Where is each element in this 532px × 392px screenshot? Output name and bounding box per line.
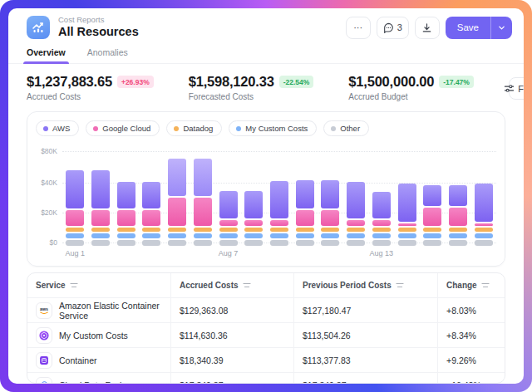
- tab-anomalies[interactable]: Anomalies: [87, 47, 128, 63]
- more-options-button[interactable]: ···: [346, 17, 371, 39]
- sliders-icon: [504, 83, 515, 94]
- legend-pill-other[interactable]: Other: [323, 120, 369, 136]
- column-header-service[interactable]: Service: [27, 273, 170, 297]
- bar-segment-other: [168, 240, 186, 247]
- bar-segment-my-custom-costs: [347, 233, 365, 238]
- bar-segment-google-cloud: [117, 210, 135, 227]
- save-button[interactable]: Save: [446, 17, 490, 39]
- bar-segment-google-cloud: [296, 210, 314, 227]
- bar-segment-google-cloud: [321, 210, 339, 227]
- filter-button[interactable]: Filter: [509, 77, 524, 100]
- kpi: $1,237,883.65+26.93%Accrued Costs: [27, 74, 154, 101]
- previous-period-cell: $113,504.26: [293, 323, 437, 347]
- bar-segment-aws: [66, 170, 84, 208]
- bar-segment-my-custom-costs: [66, 233, 84, 238]
- svg-text:aws: aws: [40, 306, 48, 311]
- page-title: All Resources: [58, 25, 139, 39]
- column-header-accrued-costs[interactable]: Accrued Costs: [170, 273, 293, 297]
- x-tick-label: Aug 7: [219, 249, 239, 257]
- legend-pill-google-cloud[interactable]: Google Cloud: [86, 120, 160, 136]
- bar-segment-other: [270, 240, 288, 247]
- service-cell: My Custom Costs: [27, 323, 170, 347]
- kpi-row: $1,237,883.65+26.93%Accrued Costs$1,598,…: [8, 64, 524, 110]
- bar-segment-aws: [423, 185, 441, 206]
- bar-segment-aws: [244, 191, 263, 218]
- bar-segment-other: [449, 240, 467, 247]
- change-cell: +8.03%: [437, 298, 505, 322]
- chevron-down-icon: [498, 24, 505, 32]
- kpi: $1,598,120.33-22.54%Forecasted Costs: [189, 74, 314, 101]
- bar-segment-my-custom-costs: [142, 233, 160, 238]
- bar-segment-my-custom-costs: [296, 233, 314, 238]
- previous-period-cell: $127,180.47: [293, 298, 437, 322]
- comments-count: 3: [397, 22, 402, 32]
- bar-segment-google-cloud: [91, 210, 110, 227]
- filter-label: Filter: [518, 84, 524, 94]
- gcp-service-icon: [36, 377, 52, 385]
- bar-segment-other: [91, 240, 110, 247]
- x-axis-labels: Aug 1Aug 7Aug 13: [62, 246, 496, 262]
- gradient-window-frame: Cost Reports All Resources ··· 3: [0, 0, 532, 392]
- chart-plot-area: [62, 143, 496, 246]
- header: Cost Reports All Resources ··· 3: [8, 8, 524, 42]
- table-row[interactable]: My Custom Costs$114,630.36$113,504.26+8.…: [27, 322, 505, 347]
- comments-button[interactable]: 3: [377, 17, 409, 39]
- bar-segment-other: [66, 240, 84, 247]
- legend-pill-aws[interactable]: AWS: [36, 120, 79, 136]
- column-header-previous-period-costs[interactable]: Previous Period Costs: [293, 273, 437, 297]
- bar-segment-my-custom-costs: [219, 233, 238, 238]
- legend-pill-my-custom-costs[interactable]: My Custom Costs: [229, 120, 317, 136]
- change-cell: +9.26%: [437, 348, 505, 372]
- accrued-costs-cell: $129,363.08: [170, 298, 293, 322]
- accrued-costs-cell: $17,349.37: [170, 373, 293, 384]
- table-row[interactable]: awsAmazon Elastic Container Service$129,…: [27, 297, 505, 322]
- legend-dot-icon: [93, 126, 98, 131]
- bar-segment-aws: [398, 184, 416, 222]
- column-label: Accrued Costs: [180, 281, 239, 290]
- comment-bubble-icon: [383, 22, 394, 33]
- legend-label: Google Cloud: [102, 124, 150, 133]
- aws-service-icon: aws: [36, 302, 52, 319]
- previous-period-cell: $17,349.37: [293, 373, 437, 384]
- bar-segment-google-cloud: [270, 220, 288, 226]
- bar-segment-other: [219, 240, 238, 247]
- kpi-label: Accrued Costs: [27, 92, 154, 101]
- table-row[interactable]: Cloud Data Fusion$17,349.37$17,349.37+16…: [27, 372, 505, 384]
- download-button[interactable]: [415, 17, 440, 39]
- column-header-change[interactable]: Change: [437, 273, 505, 297]
- legend-dot-icon: [236, 126, 241, 131]
- accrued-costs-cell: $18,340.39: [170, 348, 293, 372]
- save-dropdown-button[interactable]: [490, 17, 512, 39]
- column-label: Previous Period Costs: [303, 281, 392, 290]
- bar-segment-datadog: [117, 228, 135, 232]
- container-service-icon: [36, 352, 52, 369]
- service-name: Cloud Data Fusion: [59, 380, 131, 385]
- accrued-costs-cell: $114,630.36: [170, 323, 293, 347]
- bar-segment-my-custom-costs: [372, 233, 391, 238]
- cost-chart-card: AWSGoogle CloudDatadogMy Custom CostsOth…: [27, 111, 505, 267]
- bar-segment-aws: [270, 181, 288, 218]
- legend-pill-datadog[interactable]: Datadog: [166, 120, 222, 136]
- bar-segment-datadog: [296, 228, 314, 232]
- bar-segment-google-cloud: [347, 220, 365, 226]
- kpi-change-badge: -17.47%: [439, 76, 474, 88]
- chart-legend: AWSGoogle CloudDatadogMy Custom CostsOth…: [36, 120, 496, 136]
- custom-service-icon: [36, 327, 52, 344]
- x-tick-label: Aug 13: [370, 249, 394, 257]
- bar-segment-my-custom-costs: [475, 233, 493, 238]
- bar-segment-my-custom-costs: [321, 233, 339, 238]
- bar-segment-other: [296, 240, 314, 247]
- bar-segment-my-custom-costs: [117, 233, 135, 238]
- table-row[interactable]: Container$18,340.39$113,377.83+9.26%: [27, 347, 505, 372]
- table-header-row: ServiceAccrued CostsPrevious Period Cost…: [27, 273, 505, 297]
- bar-segment-aws: [91, 170, 110, 208]
- stacked-bar-chart: $80K$40K$20K$0: [36, 143, 496, 246]
- bar-segment-datadog: [142, 228, 160, 232]
- y-tick-label: $20K: [41, 208, 57, 217]
- legend-label: My Custom Costs: [245, 124, 308, 133]
- tab-overview[interactable]: Overview: [27, 47, 66, 63]
- kpi-value: $1,500,000.00: [348, 74, 434, 90]
- y-tick-label: $40K: [41, 179, 57, 187]
- breadcrumb: Cost Reports: [58, 16, 139, 25]
- bar-segment-google-cloud: [372, 220, 391, 226]
